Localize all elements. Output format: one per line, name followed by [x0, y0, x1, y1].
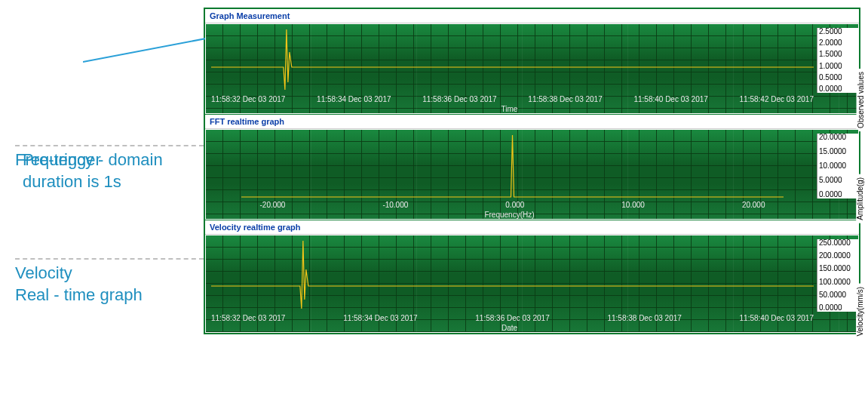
plot-area-time[interactable]: 11:58:32 Dec 03 2017 11:58:34 Dec 03 201… [205, 23, 859, 114]
chart-panel-time: Graph Measurement 11:58:32 Dec 03 2017 1… [205, 9, 859, 115]
trace-line [211, 239, 814, 312]
annotation-frequency: Frequency - domain [8, 149, 196, 171]
trace-line [211, 28, 814, 93]
chart-panel-fft: FFT realtime graph -20.000 -10.000 0.000… [205, 115, 859, 220]
trace-line [211, 134, 814, 198]
y-label: Amplitude(g) [857, 174, 865, 223]
chart-title: FFT realtime graph [205, 115, 859, 129]
x-ticks: 11:58:32 Dec 03 2017 11:58:34 Dec 03 201… [211, 314, 814, 322]
annotation-velocity: Velocity Real - time graph [8, 263, 196, 306]
x-label: Date [205, 324, 814, 332]
divider [15, 145, 204, 146]
y-label: Observed values [857, 69, 865, 131]
plot-area-fft[interactable]: -20.000 -10.000 0.000 10.000 20.000 Freq… [205, 129, 859, 220]
chart-panel-group: Graph Measurement 11:58:32 Dec 03 2017 1… [204, 8, 860, 334]
x-label: Frequency(Hz) [205, 211, 814, 219]
y-label: Velocity(mm/s) [857, 284, 865, 340]
x-ticks: 11:58:32 Dec 03 2017 11:58:34 Dec 03 201… [211, 95, 814, 103]
annotation-pretrigger-line2: duration is 1s [23, 172, 121, 191]
chart-title: Graph Measurement [205, 9, 859, 23]
x-label: Time [205, 105, 814, 113]
plot-area-velocity[interactable]: 11:58:32 Dec 03 2017 11:58:34 Dec 03 201… [205, 235, 859, 333]
chart-title: Velocity realtime graph [205, 220, 859, 235]
x-ticks: -20.000 -10.000 0.000 10.000 20.000 [211, 201, 814, 209]
divider [15, 258, 204, 260]
chart-panel-velocity: Velocity realtime graph 11:58:32 Dec 03 … [205, 220, 859, 333]
